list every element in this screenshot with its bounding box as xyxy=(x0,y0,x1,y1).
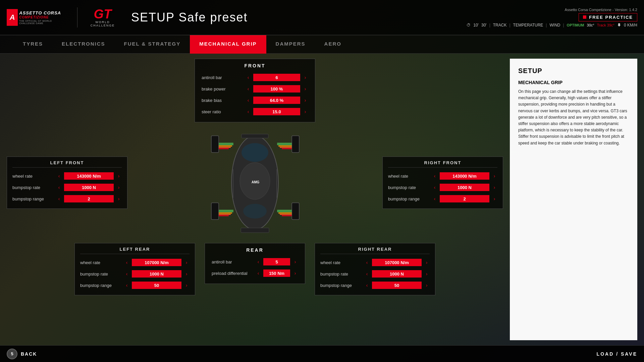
brake-bias-inc[interactable]: › xyxy=(302,97,308,103)
antiroll-bar-row: antiroll bar ‹ 6 › xyxy=(202,72,308,82)
rear-antiroll-bar-dec[interactable]: ‹ xyxy=(255,259,261,265)
svg-point-3 xyxy=(241,143,268,162)
setup-title: SETUP Safe preset xyxy=(131,10,248,24)
antiroll-bar-dec[interactable]: ‹ xyxy=(245,74,251,80)
lf-bumpstop-rate-inc[interactable]: › xyxy=(116,184,122,190)
rr-bumpstop-rate-row: bumpstop rate ‹ 1000 N › xyxy=(320,269,430,279)
lf-wheel-rate-inc[interactable]: › xyxy=(116,173,122,179)
lr-bumpstop-rate-inc[interactable]: › xyxy=(183,271,190,277)
rf-bumpstop-range-dec[interactable]: ‹ xyxy=(432,196,438,202)
brake-power-value: 100 % xyxy=(253,85,300,93)
brake-bias-row: brake bias ‹ 64.0 % › xyxy=(202,95,308,105)
svg-rect-29 xyxy=(277,211,292,212)
tab-tyres[interactable]: TYRES xyxy=(13,35,52,54)
tab-mechanical[interactable]: MECHANICAL GRIP xyxy=(190,35,266,54)
lf-bumpstop-rate-dec[interactable]: ‹ xyxy=(56,184,62,190)
lr-bumpstop-range-control: ‹ 50 › xyxy=(124,282,190,289)
lf-bumpstop-range-dec[interactable]: ‹ xyxy=(56,196,62,202)
rear-antiroll-bar-value: 5 xyxy=(263,258,290,265)
rear-antiroll-bar-label: antiroll bar xyxy=(212,259,255,264)
lf-bumpstop-range-inc[interactable]: › xyxy=(116,196,122,202)
lr-bumpstop-rate-control: ‹ 1000 N › xyxy=(124,270,190,278)
rf-wheel-rate-dec[interactable]: ‹ xyxy=(432,173,438,179)
svg-rect-21 xyxy=(211,203,219,220)
rf-bumpstop-range-control: ‹ 2 › xyxy=(432,195,497,202)
tab-fuel[interactable]: FUEL & STRATEGY xyxy=(115,35,190,54)
rr-bumpstop-range-dec[interactable]: ‹ xyxy=(364,282,370,288)
front-section: FRONT antiroll bar ‹ 6 › brake power ‹ xyxy=(7,59,503,122)
lr-bumpstop-range-label: bumpstop range xyxy=(80,283,124,288)
top-right-info: Assetto Corsa Competizione - Version: 1.… xyxy=(467,8,637,27)
svg-rect-17 xyxy=(277,144,292,145)
rear-antiroll-bar-row: antiroll bar ‹ 5 › xyxy=(212,257,298,267)
svg-rect-14 xyxy=(219,148,229,149)
lf-wheel-rate-label: wheel rate xyxy=(12,174,56,179)
logo-area: A ASSETTO CORSA COMPETIZIONE THE OFFICIA… xyxy=(7,5,248,30)
right-front-box: RIGHT FRONT wheel rate ‹ 143000 N/m › bu… xyxy=(382,157,503,209)
rr-bumpstop-range-value: 50 xyxy=(372,282,422,289)
wind-speed: 0 KM/H xyxy=(624,23,637,27)
rr-wheel-rate-inc[interactable]: › xyxy=(424,259,430,265)
svg-rect-19 xyxy=(280,147,292,148)
lr-wheel-rate-control: ‹ 107000 N/m › xyxy=(124,259,190,266)
lr-bumpstop-range-inc[interactable]: › xyxy=(183,282,190,288)
middle-row: LEFT FRONT wheel rate ‹ 143000 N/m › bum… xyxy=(7,126,503,240)
brake-power-control: ‹ 100 % › xyxy=(245,85,308,93)
lf-bumpstop-rate-label: bumpstop rate xyxy=(12,185,56,190)
back-button[interactable]: 5 BACK xyxy=(7,349,37,359)
lr-wheel-rate-dec[interactable]: ‹ xyxy=(124,259,130,265)
rf-bumpstop-rate-inc[interactable]: › xyxy=(491,184,497,190)
car-svg: AMG xyxy=(198,126,312,240)
antiroll-bar-value: 6 xyxy=(253,74,300,81)
tab-aero[interactable]: AERO xyxy=(315,35,351,54)
rf-bumpstop-range-row: bumpstop range ‹ 2 › xyxy=(388,194,497,204)
track-label: TRACK xyxy=(493,23,507,27)
rr-bumpstop-range-inc[interactable]: › xyxy=(424,282,430,288)
svg-rect-11 xyxy=(219,144,233,145)
steer-ratio-dec[interactable]: ‹ xyxy=(245,109,251,115)
logo-tagline: THE OFFICIAL GT WORLD CHALLENGE GAME xyxy=(19,20,67,24)
rr-bumpstop-range-label: bumpstop range xyxy=(320,283,364,288)
acc-logo: A ASSETTO CORSA COMPETIZIONE THE OFFICIA… xyxy=(7,6,67,29)
rf-bumpstop-rate-control: ‹ 1000 N › xyxy=(432,184,497,191)
rf-bumpstop-range-inc[interactable]: › xyxy=(491,196,497,202)
rf-bumpstop-rate-row: bumpstop rate ‹ 1000 N › xyxy=(388,182,497,192)
lr-wheel-rate-inc[interactable]: › xyxy=(183,259,190,265)
rr-bumpstop-rate-inc[interactable]: › xyxy=(424,271,430,277)
svg-text:AMG: AMG xyxy=(252,180,260,184)
lr-bumpstop-rate-dec[interactable]: ‹ xyxy=(124,271,130,277)
tab-electronics[interactable]: ELECTRONICS xyxy=(52,35,115,54)
rear-antiroll-bar-inc[interactable]: › xyxy=(292,259,298,265)
brake-power-dec[interactable]: ‹ xyxy=(245,86,251,92)
lf-bumpstop-range-control: ‹ 2 › xyxy=(56,195,122,202)
rr-wheel-rate-dec[interactable]: ‹ xyxy=(364,259,370,265)
steer-ratio-label: steer ratio xyxy=(202,109,245,114)
rr-bumpstop-rate-dec[interactable]: ‹ xyxy=(364,271,370,277)
preload-diff-row: preload differential ‹ 150 Nm › xyxy=(212,268,298,278)
rf-wheel-rate-control: ‹ 143000 N/m › xyxy=(432,172,497,180)
rr-bumpstop-rate-value: 1000 N xyxy=(372,270,422,278)
svg-rect-28 xyxy=(277,210,292,211)
tab-dampers[interactable]: DAMPERS xyxy=(266,35,315,54)
load-save-button[interactable]: LOAD / SAVE xyxy=(597,351,637,357)
svg-rect-32 xyxy=(282,215,292,216)
bottom-bar: 5 BACK LOAD / SAVE xyxy=(0,345,644,362)
rf-wheel-rate-inc[interactable]: › xyxy=(491,173,497,179)
brake-bias-dec[interactable]: ‹ xyxy=(245,97,251,103)
lr-wheel-rate-row: wheel rate ‹ 107000 N/m › xyxy=(80,257,190,267)
lr-bumpstop-range-dec[interactable]: ‹ xyxy=(124,282,130,288)
brake-power-inc[interactable]: › xyxy=(302,86,308,92)
lf-wheel-rate-dec[interactable]: ‹ xyxy=(56,173,62,179)
svg-rect-22 xyxy=(219,210,233,211)
main-content: FRONT antiroll bar ‹ 6 › brake power ‹ xyxy=(0,54,644,345)
steer-ratio-inc[interactable]: › xyxy=(302,109,308,115)
preload-diff-inc[interactable]: › xyxy=(292,270,298,276)
top-bar: A ASSETTO CORSA COMPETIZIONE THE OFFICIA… xyxy=(0,0,644,35)
antiroll-bar-inc[interactable]: › xyxy=(302,74,308,80)
preload-diff-dec[interactable]: ‹ xyxy=(255,270,261,276)
rf-bumpstop-rate-dec[interactable]: ‹ xyxy=(432,184,438,190)
preload-diff-value: 150 Nm xyxy=(263,269,290,277)
lr-bumpstop-range-value: 50 xyxy=(132,282,181,289)
side-panel-description: On this page you can change all the sett… xyxy=(518,88,629,146)
lf-bumpstop-rate-value: 1000 N xyxy=(64,184,114,191)
